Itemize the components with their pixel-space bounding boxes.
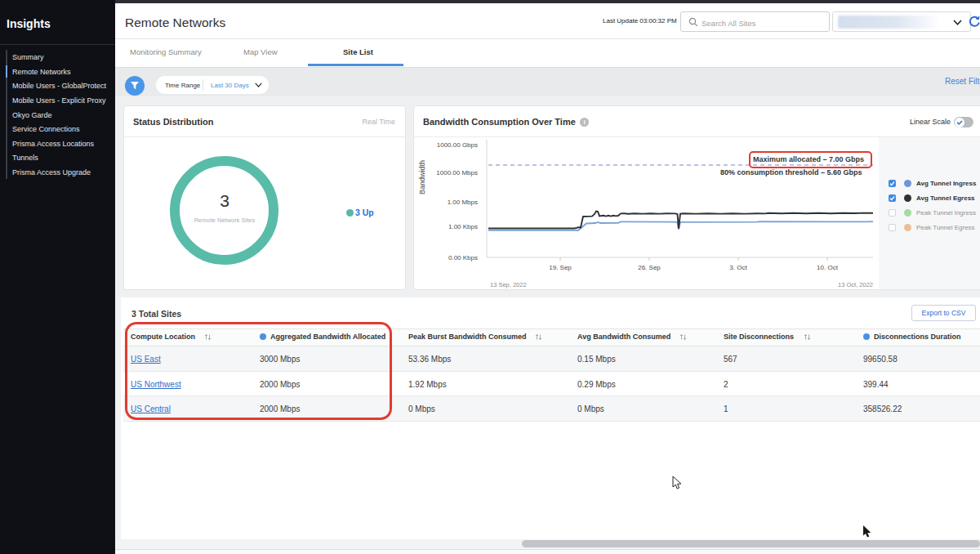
svg-text:Bandwidth: Bandwidth bbox=[418, 160, 426, 194]
svg-text:1000.00 Mbps: 1000.00 Mbps bbox=[436, 169, 478, 176]
svg-text:1000.00 Gbps: 1000.00 Gbps bbox=[437, 141, 478, 149]
svg-text:1.00 Kbps: 1.00 Kbps bbox=[448, 223, 478, 230]
svg-text:1.00 Mbps: 1.00 Mbps bbox=[448, 199, 478, 206]
svg-text:3. Oct: 3. Oct bbox=[729, 264, 747, 271]
svg-text:26. Sep: 26. Sep bbox=[638, 264, 661, 271]
svg-text:13 Sep, 2022: 13 Sep, 2022 bbox=[490, 281, 527, 288]
svg-text:19. Sep: 19. Sep bbox=[549, 264, 572, 271]
svg-text:10. Oct: 10. Oct bbox=[817, 264, 839, 271]
svg-text:0.00 Kbps: 0.00 Kbps bbox=[448, 254, 478, 261]
svg-text:13 Oct, 2022: 13 Oct, 2022 bbox=[838, 281, 873, 288]
